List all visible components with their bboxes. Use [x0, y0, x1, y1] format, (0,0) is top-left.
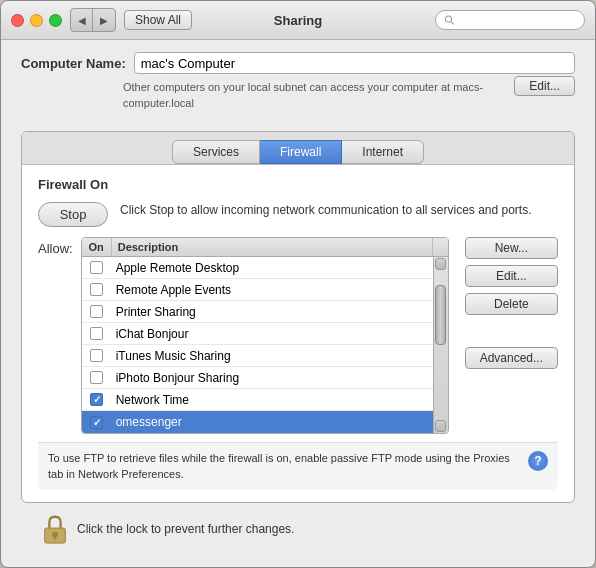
checkbox-unchecked[interactable]: [90, 349, 103, 362]
checkbox-unchecked[interactable]: [90, 305, 103, 318]
table-row[interactable]: Apple Remote Desktop: [82, 257, 433, 279]
table-cell-description: iChat Bonjour: [112, 325, 433, 343]
checkbox-cell: [82, 305, 112, 318]
checkbox-checked[interactable]: [90, 393, 103, 406]
table-row[interactable]: iChat Bonjour: [82, 323, 433, 345]
search-input[interactable]: [459, 13, 576, 27]
checkbox-unchecked[interactable]: [90, 261, 103, 274]
table-row[interactable]: Printer Sharing: [82, 301, 433, 323]
table-cell-description: Printer Sharing: [112, 303, 433, 321]
table-cell-description: iTunes Music Sharing: [112, 347, 433, 365]
table-row[interactable]: Remote Apple Events: [82, 279, 433, 301]
table-cell-description: Apple Remote Desktop: [112, 259, 433, 277]
table-body: Apple Remote DesktopRemote Apple EventsP…: [82, 257, 433, 433]
checkbox-cell: [82, 371, 112, 384]
checkbox-checked[interactable]: [90, 416, 103, 429]
content: Computer Name: Other computers on your l…: [1, 40, 595, 567]
checkbox-unchecked[interactable]: [90, 283, 103, 296]
tabs: Services Firewall Internet: [22, 132, 574, 165]
computer-name-section: Computer Name: Other computers on your l…: [21, 52, 575, 119]
side-buttons: New... Edit... Delete Advanced...: [465, 237, 558, 369]
firewall-status: Firewall On: [38, 177, 558, 192]
table-cell-description: omessenger: [112, 413, 433, 431]
table-row[interactable]: Network Time: [82, 389, 433, 411]
col-header-description: Description: [112, 238, 433, 256]
firewall-table: On Description Apple Remote DesktopRemot…: [81, 237, 449, 434]
checkbox-cell: [82, 261, 112, 274]
checkbox-unchecked[interactable]: [90, 327, 103, 340]
scrollbar[interactable]: [433, 257, 448, 433]
table-cell-description: Network Time: [112, 391, 433, 409]
tab-services[interactable]: Services: [172, 140, 260, 164]
maximize-button[interactable]: [49, 14, 62, 27]
computer-name-row: Computer Name:: [21, 52, 575, 74]
info-text: To use FTP to retrieve files while the f…: [48, 451, 520, 482]
advanced-button[interactable]: Advanced...: [465, 347, 558, 369]
window: ◀ ▶ Show All Sharing Computer Name:: [0, 0, 596, 568]
table-header: On Description: [82, 238, 448, 257]
checkbox-cell: [82, 327, 112, 340]
allow-label: Allow:: [38, 237, 73, 256]
titlebar: ◀ ▶ Show All Sharing: [1, 1, 595, 40]
tab-firewall[interactable]: Firewall: [260, 140, 342, 164]
checkbox-cell: [82, 416, 112, 429]
computer-name-label: Computer Name:: [21, 56, 126, 71]
checkbox-cell: [82, 393, 112, 406]
lock-icon[interactable]: [41, 513, 69, 545]
main-panel: Services Firewall Internet Firewall On S…: [21, 131, 575, 503]
table-cell-description: iPhoto Bonjour Sharing: [112, 369, 433, 387]
table-cell-description: Remote Apple Events: [112, 281, 433, 299]
computer-name-input[interactable]: [134, 52, 575, 74]
bottom-info: To use FTP to retrieve files while the f…: [38, 442, 558, 490]
forward-button[interactable]: ▶: [93, 9, 115, 31]
firewall-controls: Stop Click Stop to allow incoming networ…: [38, 202, 558, 227]
checkbox-cell: [82, 349, 112, 362]
close-button[interactable]: [11, 14, 24, 27]
lock-section: Click the lock to prevent further change…: [21, 503, 575, 555]
lock-text: Click the lock to prevent further change…: [77, 522, 294, 536]
svg-rect-4: [54, 536, 56, 540]
table-scroll-wrapper: Apple Remote DesktopRemote Apple EventsP…: [82, 257, 448, 433]
subnet-text: Other computers on your local subnet can…: [123, 80, 514, 111]
show-all-button[interactable]: Show All: [124, 10, 192, 30]
stop-button[interactable]: Stop: [38, 202, 108, 227]
table-row[interactable]: iPhoto Bonjour Sharing: [82, 367, 433, 389]
traffic-lights: [11, 14, 62, 27]
svg-line-1: [451, 22, 454, 25]
search-icon: [444, 14, 455, 26]
checkbox-cell: [82, 283, 112, 296]
delete-button[interactable]: Delete: [465, 293, 558, 315]
allow-row: Allow: On Description Apple Remote Deskt…: [38, 237, 558, 434]
search-box[interactable]: [435, 10, 585, 30]
titlebar-controls: ◀ ▶ Show All: [70, 8, 192, 32]
table-row[interactable]: iTunes Music Sharing: [82, 345, 433, 367]
col-header-on: On: [82, 238, 112, 256]
new-button[interactable]: New...: [465, 237, 558, 259]
firewall-panel: Firewall On Stop Click Stop to allow inc…: [22, 165, 574, 502]
minimize-button[interactable]: [30, 14, 43, 27]
edit-button[interactable]: Edit...: [465, 265, 558, 287]
back-button[interactable]: ◀: [71, 9, 93, 31]
firewall-description: Click Stop to allow incoming network com…: [120, 202, 558, 219]
tab-internet[interactable]: Internet: [342, 140, 424, 164]
scrollbar-thumb[interactable]: [435, 285, 446, 345]
help-button[interactable]: ?: [528, 451, 548, 471]
edit-computer-name-button[interactable]: Edit...: [514, 76, 575, 96]
subnet-row: Other computers on your local subnet can…: [21, 80, 575, 119]
checkbox-unchecked[interactable]: [90, 371, 103, 384]
nav-buttons: ◀ ▶: [70, 8, 116, 32]
table-row[interactable]: omessenger: [82, 411, 433, 433]
window-title: Sharing: [274, 13, 322, 28]
svg-point-0: [445, 16, 451, 22]
